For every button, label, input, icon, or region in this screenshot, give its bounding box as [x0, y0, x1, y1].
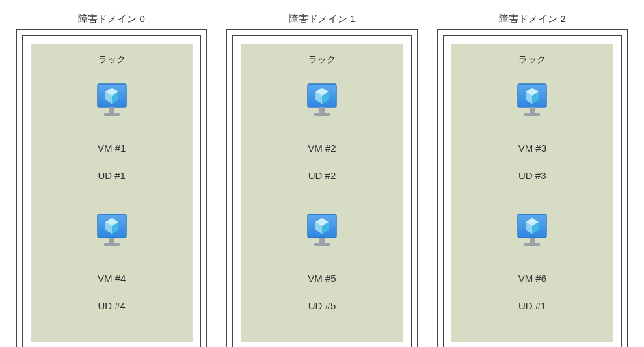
- ud-name: UD #5: [308, 299, 336, 312]
- vm-icon: [513, 212, 552, 253]
- svg-rect-23: [314, 243, 330, 246]
- ud-name: UD #1: [98, 169, 126, 182]
- ud-name: UD #1: [518, 299, 546, 312]
- outer-frame: ラック: [16, 29, 207, 347]
- inner-frame: ラック: [22, 35, 201, 347]
- rack-label: ラック: [518, 54, 546, 66]
- vm-name: VM #6: [518, 271, 546, 285]
- vm-label: VM #2 UD #2: [308, 128, 336, 196]
- inner-frame: ラック: [443, 35, 622, 347]
- fault-domain-1: 障害ドメイン 1 ラック: [226, 13, 417, 347]
- vm-block: VM #4 UD #4: [92, 212, 131, 326]
- svg-rect-1: [109, 107, 114, 113]
- svg-rect-16: [314, 113, 330, 116]
- rack: ラック: [31, 44, 193, 342]
- svg-rect-36: [530, 238, 535, 243]
- vm-name: VM #1: [98, 141, 126, 155]
- fault-domain-title: 障害ドメイン 0: [78, 13, 145, 25]
- ud-name: UD #4: [98, 299, 126, 312]
- fault-domain-0: 障害ドメイン 0 ラック: [16, 13, 207, 347]
- fault-domain-2: 障害ドメイン 2 ラック: [437, 13, 628, 347]
- vm-block: VM #2 UD #2: [302, 81, 342, 196]
- svg-rect-37: [524, 243, 540, 246]
- vm-label: VM #4 UD #4: [98, 258, 126, 326]
- svg-rect-15: [319, 107, 325, 113]
- svg-rect-2: [104, 113, 120, 116]
- vm-block: VM #1 UD #1: [92, 81, 131, 196]
- vm-name: VM #2: [308, 141, 336, 155]
- ud-name: UD #3: [518, 169, 546, 182]
- svg-rect-8: [109, 238, 114, 243]
- vm-icon: [302, 81, 342, 122]
- vm-name: VM #4: [98, 271, 126, 285]
- fault-domain-title: 障害ドメイン 1: [289, 13, 356, 25]
- svg-rect-29: [530, 107, 535, 113]
- svg-rect-22: [319, 238, 325, 243]
- vm-icon: [92, 212, 131, 253]
- rack: ラック: [451, 44, 613, 342]
- vm-label: VM #6 UD #1: [518, 258, 546, 326]
- vm-icon: [302, 212, 342, 253]
- vm-block: VM #3 UD #3: [513, 81, 552, 196]
- vm-label: VM #1 UD #1: [98, 128, 126, 196]
- vm-block: VM #6 UD #1: [513, 212, 552, 326]
- vm-name: VM #5: [308, 271, 336, 285]
- fault-domains-row: 障害ドメイン 0 ラック: [16, 13, 628, 347]
- rack-label: ラック: [308, 54, 336, 66]
- vm-name: VM #3: [518, 141, 546, 155]
- inner-frame: ラック: [232, 35, 411, 347]
- rack: ラック: [241, 44, 403, 342]
- vm-label: VM #3 UD #3: [518, 128, 546, 196]
- rack-label: ラック: [98, 54, 126, 66]
- svg-rect-30: [524, 113, 540, 116]
- outer-frame: ラック: [226, 29, 417, 347]
- ud-name: UD #2: [308, 169, 336, 182]
- outer-frame: ラック: [437, 29, 628, 347]
- vm-icon: [513, 81, 552, 122]
- vm-label: VM #5 UD #5: [308, 258, 336, 326]
- vm-block: VM #5 UD #5: [302, 212, 342, 326]
- fault-domain-title: 障害ドメイン 2: [499, 13, 566, 25]
- svg-rect-9: [104, 243, 120, 246]
- vm-icon: [92, 81, 131, 122]
